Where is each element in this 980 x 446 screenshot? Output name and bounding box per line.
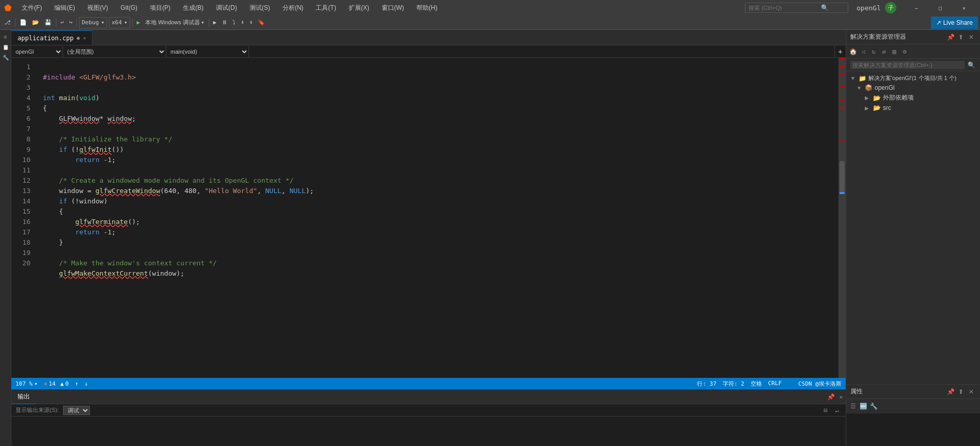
title-search-box[interactable]: 🔍 <box>745 3 848 13</box>
solution-icon: 📁 <box>859 75 866 82</box>
step-into-btn[interactable]: ⬇ <box>239 17 246 28</box>
menu-tools[interactable]: 工具(T) <box>312 2 340 14</box>
new-file-btn[interactable]: 📄 <box>18 17 29 28</box>
menu-build[interactable]: 生成(B) <box>179 2 208 14</box>
ext-deps-expand-icon: ▶ <box>865 95 871 101</box>
save-btn[interactable]: 💾 <box>42 17 54 28</box>
context-selector[interactable]: (全局范围) <box>63 46 166 57</box>
output-close-btn[interactable]: ✕ <box>836 392 846 402</box>
props-content <box>846 413 980 446</box>
props-list-btn[interactable]: ☰ <box>848 402 858 411</box>
sidebar-icon-1[interactable]: ⚙ <box>1 32 10 41</box>
source-control-btn[interactable]: ⎇ <box>2 17 13 28</box>
output-source-select[interactable]: 调试 <box>63 406 90 415</box>
scope-selector[interactable]: openGl <box>11 46 63 57</box>
tab-close-btn[interactable]: ✕ <box>83 35 86 41</box>
debug-config-dropdown[interactable]: Debug ▾ <box>79 17 107 28</box>
status-right: 行: 37 字符: 2 空格 CRLF CSDN @埃卡洛斯 <box>697 380 842 388</box>
undo-btn[interactable]: ↩ <box>58 17 66 28</box>
minimize-button[interactable]: — <box>905 0 928 15</box>
status-bar: 107 % ▾ ✕ 14 ▲ 0 ↑ ↓ 行: 37 字符: 2 空格 CRLF… <box>11 378 846 389</box>
ext-deps-icon: 📂 <box>873 94 881 102</box>
separator-3 <box>76 19 77 27</box>
redo-btn[interactable]: ↪ <box>67 17 75 28</box>
se-refresh-btn[interactable]: ↻ <box>869 47 878 56</box>
tree-solution[interactable]: ▼ 📁 解决方案'openGl'(1 个项目/共 1 个) <box>846 73 980 83</box>
menu-test[interactable]: 测试(S) <box>245 2 274 14</box>
status-row: 行: 37 <box>697 380 717 388</box>
se-panel-controls: 📌 ⬆ ✕ <box>946 33 976 42</box>
profile-avatar[interactable]: 子 <box>885 2 896 13</box>
project-expand-icon: ▼ <box>857 85 863 91</box>
continue-btn[interactable]: ▶ <box>211 17 219 28</box>
pause-btn[interactable]: ⏸ <box>220 17 229 28</box>
props-sort-btn[interactable]: 🔤 <box>859 402 868 411</box>
scrollbar-marker-2 <box>839 66 845 67</box>
warning-icon: ▲ <box>60 380 64 387</box>
se-view-btn[interactable]: ▤ <box>890 47 899 56</box>
menu-project[interactable]: 项目(P) <box>146 2 175 14</box>
close-button[interactable]: ✕ <box>952 0 976 15</box>
props-pin-btn[interactable]: 📌 <box>946 387 955 396</box>
maximize-button[interactable]: □ <box>928 0 952 15</box>
live-share-button[interactable]: ↗ Live Share <box>931 17 978 29</box>
menu-file[interactable]: 文件(F) <box>18 2 46 14</box>
open-icon: 📂 <box>32 19 39 26</box>
status-nav-down[interactable]: ↓ <box>85 380 88 387</box>
sidebar-icon-3[interactable]: 🔧 <box>1 53 10 62</box>
step-out-btn[interactable]: ⬆ <box>247 17 255 28</box>
se-search-input[interactable] <box>850 61 965 69</box>
tab-application-cpp[interactable]: application.cpp ● ✕ <box>11 30 92 45</box>
props-float-btn[interactable]: ⬆ <box>956 387 966 396</box>
menu-debug[interactable]: 调试(D) <box>212 2 241 14</box>
scrollbar-marker-5 <box>839 99 845 101</box>
status-nav-up[interactable]: ↑ <box>75 380 79 387</box>
status-zoom[interactable]: 107 % ▾ <box>15 380 38 387</box>
tab-filename: application.cpp <box>18 35 73 42</box>
title-search-input[interactable] <box>749 5 821 11</box>
symbol-selector[interactable]: main(void) <box>166 46 249 57</box>
separator-5 <box>209 19 209 27</box>
add-breadcrumb-btn[interactable]: + <box>834 46 846 57</box>
solution-explorer: 解决方案资源管理器 📌 ⬆ ✕ 🏠 ◁ ↻ ⇄ ▤ ⚙ 🔍 <box>846 30 980 384</box>
se-sync-btn[interactable]: ⇄ <box>879 47 889 56</box>
vertical-scrollbar[interactable] <box>838 58 846 378</box>
menu-edit[interactable]: 编辑(E) <box>50 2 79 14</box>
se-search-icon[interactable]: 🔍 <box>967 60 976 70</box>
se-float-btn[interactable]: ⬆ <box>956 33 966 42</box>
output-tab-output[interactable]: 输出 <box>11 390 36 404</box>
tree-project[interactable]: ▼ 📦 openGl <box>846 83 980 92</box>
step-over-btn[interactable]: ⤵ <box>230 17 238 28</box>
se-search: 🔍 <box>846 59 980 71</box>
tree-src[interactable]: ▶ 📂 src <box>846 103 980 113</box>
code-content[interactable]: #include <GLFW/glfw3.h> int main(void) {… <box>35 58 838 378</box>
se-close-btn[interactable]: ✕ <box>967 33 976 42</box>
menu-git[interactable]: Git(G) <box>116 2 142 13</box>
output-wrap-btn[interactable]: ↵ <box>832 406 842 415</box>
menu-window[interactable]: 窗口(W) <box>378 2 408 14</box>
output-pin-btn[interactable]: 📌 <box>826 392 835 402</box>
open-file-btn[interactable]: 📂 <box>30 17 41 28</box>
status-col: 字符: 2 <box>723 380 744 388</box>
se-pin-btn[interactable]: 📌 <box>946 33 955 42</box>
scrollbar-marker-1 <box>839 58 845 59</box>
tree-external-deps[interactable]: ▶ 📂 外部依赖项 <box>846 92 980 103</box>
se-settings-btn[interactable]: ⚙ <box>900 47 909 56</box>
scrollbar-thumb[interactable] <box>839 161 845 192</box>
props-close-btn[interactable]: ✕ <box>967 387 976 396</box>
sidebar-icon-2[interactable]: 📋 <box>1 42 10 52</box>
se-home-btn[interactable]: 🏠 <box>848 47 858 56</box>
menu-extensions[interactable]: 扩展(X) <box>345 2 374 14</box>
menu-analyze[interactable]: 分析(N) <box>278 2 308 14</box>
menu-help[interactable]: 帮助(H) <box>412 2 442 14</box>
arch-dropdown[interactable]: x64 ▾ <box>109 17 130 28</box>
output-clear-btn[interactable]: ⊟ <box>821 406 830 415</box>
code-editor[interactable]: 12345 678910 1112131415 1617181920 #incl… <box>11 58 846 378</box>
props-wrench-btn[interactable]: 🔧 <box>869 402 878 411</box>
menu-view[interactable]: 视图(V) <box>83 2 112 14</box>
bookmark-btn[interactable]: 🔖 <box>256 17 267 28</box>
status-errors[interactable]: ✕ 14 ▲ 0 <box>44 380 69 387</box>
run-btn[interactable]: ▶ <box>135 17 143 28</box>
se-back-btn[interactable]: ◁ <box>859 47 868 56</box>
run-label-btn[interactable]: 本地 Windows 调试器 ▾ <box>143 17 206 28</box>
